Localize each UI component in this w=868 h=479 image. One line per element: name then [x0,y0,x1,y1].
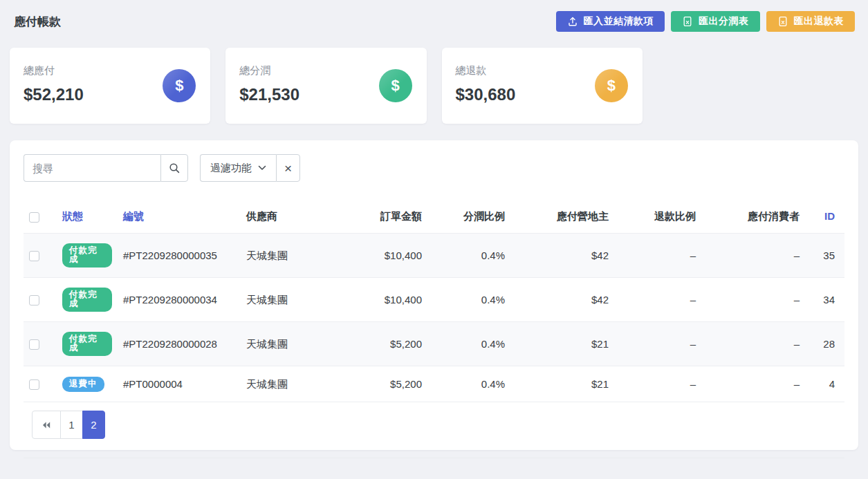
double-left-arrow-icon [41,420,52,430]
order-amount-cell: $5,200 [351,366,427,402]
column-header-id[interactable]: ID [805,201,844,234]
profit-ratio-cell: 0.4% [427,366,510,402]
clear-filter-button[interactable]: × [276,154,300,182]
filter-dropdown-button[interactable]: 過濾功能 [200,154,276,182]
row-checkbox[interactable] [29,379,39,390]
select-all-checkbox[interactable] [29,212,39,223]
excel-file-icon [777,16,788,27]
id-cell: 35 [805,234,844,278]
top-actions: 匯入並結清款項 匯出分潤表 匯出退款表 [556,11,856,32]
page-button-1[interactable]: 1 [60,411,83,439]
order-number-cell: #PT2209280000028 [118,322,241,366]
import-settle-button[interactable]: 匯入並結清款項 [556,11,665,32]
status-badge: 付款完成 [62,243,112,267]
order-number-cell: #PT2209280000035 [118,234,241,278]
supplier-cell: 天城集團 [241,322,351,366]
top-bar: 應付帳款 匯入並結清款項 匯出分潤表 [0,0,868,32]
order-amount-cell: $10,400 [351,278,427,322]
profit-ratio-cell: 0.4% [427,322,510,366]
stat-card-total-payable: 總應付 $52,210 $ [10,48,210,124]
payable-consumer-cell: – [701,366,805,402]
row-checkbox[interactable] [29,295,39,306]
status-badge: 付款完成 [62,332,112,356]
supplier-cell: 天城集團 [241,366,351,402]
table-header-row: 狀態 編號 供應商 訂單金額 分潤比例 應付營地主 退款比例 應付消費者 ID [24,201,844,234]
payable-owner-cell: $42 [510,278,614,322]
export-profit-label: 匯出分潤表 [699,15,749,28]
export-profit-button[interactable]: 匯出分潤表 [671,11,760,32]
table-row: 付款完成 #PT2209280000034 天城集團 $10,400 0.4% … [24,278,844,322]
id-cell: 4 [805,366,844,402]
table-row: 付款完成 #PT2209280000035 天城集團 $10,400 0.4% … [24,234,844,278]
first-page-button[interactable] [32,411,61,439]
payable-consumer-cell: – [701,278,805,322]
export-refund-label: 匯出退款表 [794,15,844,28]
search-group [24,154,188,182]
profit-ratio-cell: 0.4% [427,234,510,278]
refund-ratio-cell: – [614,322,701,366]
column-header-status[interactable]: 狀態 [57,201,118,234]
table-row: 付款完成 #PT2209280000028 天城集團 $5,200 0.4% $… [24,322,844,366]
search-input[interactable] [24,154,160,182]
status-badge: 付款完成 [62,288,112,312]
column-header-profit-ratio: 分潤比例 [427,201,510,234]
column-header-payable-owner: 應付營地主 [510,201,614,234]
payable-owner-cell: $21 [510,366,614,402]
table-row: 退費中 #PT0000004 天城集團 $5,200 0.4% $21 – – … [24,366,844,402]
payables-table: 狀態 編號 供應商 訂單金額 分潤比例 應付營地主 退款比例 應付消費者 ID … [24,201,844,402]
filter-label: 過濾功能 [210,162,252,175]
page-button-2[interactable]: 2 [82,411,105,439]
stat-card-total-profit: 總分潤 $21,530 $ [225,48,426,124]
filter-group: 過濾功能 × [200,154,300,182]
stat-card-total-refund: 總退款 $30,680 $ [442,48,643,124]
table-toolbar: 過濾功能 × [24,154,844,182]
row-checkbox[interactable] [29,339,39,350]
order-amount-cell: $5,200 [351,322,427,366]
column-header-order-amount: 訂單金額 [351,201,427,234]
dollar-icon: $ [379,69,412,102]
refund-ratio-cell: – [614,366,701,402]
order-number-cell: #PT2209280000034 [118,278,241,322]
column-header-refund-ratio: 退款比例 [614,201,701,234]
search-button[interactable] [160,154,188,182]
column-header-payable-consumer: 應付消費者 [701,201,805,234]
dollar-icon: $ [595,69,628,102]
payable-owner-cell: $42 [510,234,614,278]
order-amount-cell: $10,400 [351,234,427,278]
refund-ratio-cell: – [614,278,701,322]
order-number-cell: #PT0000004 [118,366,241,402]
chevron-down-icon [258,165,266,171]
excel-file-icon [682,16,693,27]
table-card: 過濾功能 × 狀態 編號 供應商 訂單金額 分潤比例 [10,140,858,450]
import-settle-label: 匯入並結清款項 [584,15,654,28]
upload-icon [567,16,578,27]
card-footer-divider [24,458,844,458]
status-badge: 退費中 [62,377,104,392]
id-cell: 34 [805,278,844,322]
pagination: 1 2 [32,411,844,439]
supplier-cell: 天城集團 [241,278,351,322]
payable-consumer-cell: – [701,322,805,366]
search-icon [169,162,181,174]
column-header-supplier: 供應商 [241,201,351,234]
payable-consumer-cell: – [701,234,805,278]
dollar-icon: $ [163,69,196,102]
id-cell: 28 [805,322,844,366]
export-refund-button[interactable]: 匯出退款表 [766,11,856,32]
column-header-number[interactable]: 編號 [118,201,241,234]
payable-owner-cell: $21 [510,322,614,366]
supplier-cell: 天城集團 [241,234,351,278]
row-checkbox[interactable] [29,251,39,261]
stat-cards: 總應付 $52,210 $ 總分潤 $21,530 $ 總退款 $30,680 … [10,48,858,124]
refund-ratio-cell: – [614,234,701,278]
page-title: 應付帳款 [14,14,61,30]
profit-ratio-cell: 0.4% [427,278,510,322]
